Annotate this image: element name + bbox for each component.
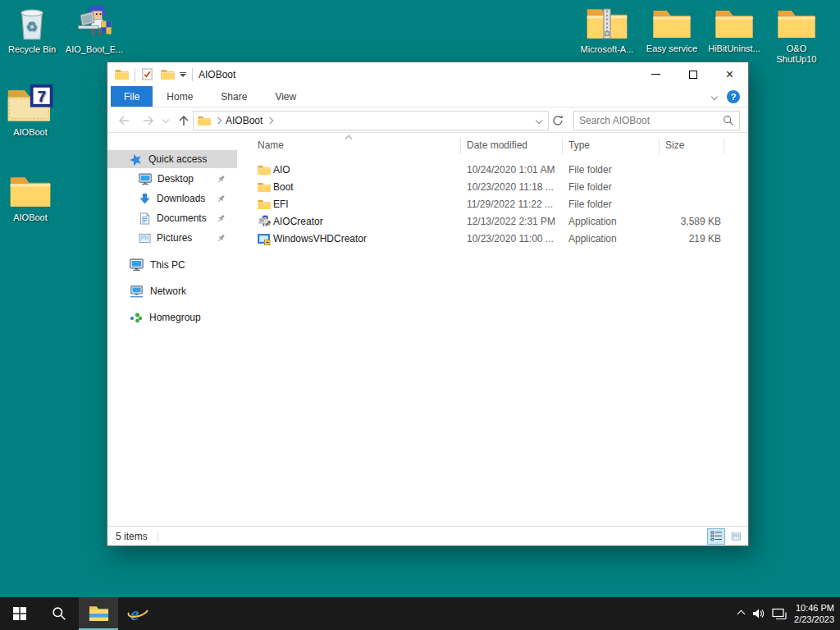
pin-icon[interactable] [217, 194, 226, 203]
status-bar: 5 items [107, 526, 748, 546]
tab-view[interactable]: View [261, 86, 310, 107]
desktop-icon-aioboot-folder[interactable]: AIOBoot [0, 175, 63, 223]
folder-icon [652, 8, 692, 40]
file-size: 3,589 KB [659, 216, 721, 227]
sidebar-item-downloads[interactable]: Downloads [107, 189, 237, 208]
column-header-type[interactable]: Type [568, 139, 590, 151]
file-row-efi[interactable]: EFI 11/29/2022 11:22 ... File folder [237, 196, 729, 213]
explorer-window-icon [115, 69, 129, 80]
title-bar: AIOBoot × [107, 62, 748, 86]
sidebar-item-this-pc[interactable]: This PC [107, 256, 237, 274]
start-button[interactable] [0, 597, 39, 630]
desktop-icon-label: Easy service [646, 43, 697, 54]
explorer-window: AIOBoot × File Home Share View ? AIOBoot [107, 62, 749, 546]
clock-time: 10:46 PM [794, 602, 834, 614]
desktop-icon-label: O&OShutUp10 [777, 43, 817, 65]
address-bar[interactable]: AIOBoot [193, 111, 549, 130]
breadcrumb-segment[interactable]: AIOBoot [226, 115, 262, 126]
large-icons-view-button[interactable] [727, 528, 745, 545]
minimize-button[interactable] [637, 62, 674, 86]
file-row-aiocreator[interactable]: AIOCreator 12/13/2022 2:31 PM Applicatio… [237, 213, 729, 231]
pin-icon[interactable] [217, 214, 226, 223]
up-icon[interactable] [177, 114, 190, 127]
desktop-icon-microsoft-archive[interactable]: Microsoft-A... [574, 7, 640, 55]
expand-ribbon-chevron-icon[interactable] [711, 93, 718, 99]
close-button[interactable]: × [711, 62, 748, 86]
folder-icon [258, 199, 271, 210]
desktop-icon-easy-service[interactable]: Easy service [639, 8, 705, 54]
minimize-icon [651, 74, 660, 75]
search-icon[interactable] [723, 115, 734, 126]
column-divider[interactable] [562, 138, 563, 154]
sidebar-item-desktop[interactable]: Desktop [107, 170, 237, 188]
column-header-date-modified[interactable]: Date modified [467, 139, 527, 151]
pin-icon[interactable] [217, 234, 226, 243]
desktop-icon-label: AIO_Boot_E... [66, 44, 123, 55]
details-view-icon [710, 531, 723, 541]
documents-icon [139, 212, 151, 225]
recent-locations-chevron-icon[interactable] [162, 116, 169, 123]
breadcrumb-chevron-icon[interactable] [215, 117, 221, 124]
taskbar-search-button[interactable] [39, 597, 79, 630]
column-divider[interactable] [460, 138, 461, 154]
column-divider[interactable] [724, 138, 724, 154]
customize-qat-dropdown-icon[interactable] [180, 72, 186, 77]
refresh-icon[interactable] [551, 114, 564, 127]
desktop-icon-label: AIOBoot [13, 212, 48, 223]
forward-icon[interactable] [142, 114, 155, 127]
aio-character-app-icon [258, 215, 271, 228]
taskbar: 10:46 PM 2/23/2023 [0, 597, 840, 630]
sidebar-item-homegroup[interactable]: Homegroup [107, 308, 237, 326]
properties-qat-icon[interactable] [141, 68, 153, 80]
file-row-aio[interactable]: AIO 10/24/2020 1:01 AM File folder [237, 162, 729, 179]
file-row-boot[interactable]: Boot 10/23/2020 11:18 ... File folder [237, 179, 729, 196]
file-date: 10/24/2020 1:01 AM [467, 164, 555, 176]
maximize-button[interactable] [674, 62, 711, 86]
system-tray: 10:46 PM 2/23/2023 [738, 597, 840, 630]
tab-share[interactable]: Share [207, 86, 261, 107]
sidebar-item-network[interactable]: Network [107, 282, 237, 300]
aio-character-icon [75, 4, 113, 41]
breadcrumb-folder-icon [198, 116, 211, 126]
desktop-icon-aioboot-archive[interactable]: AIOBoot [0, 84, 63, 138]
file-name: AIOCreator [273, 216, 323, 227]
file-list-pane: Name Date modified Type Size AIO 10/24/2… [237, 133, 748, 526]
desktop-icon-oo-shutup10[interactable]: O&OShutUp10 [764, 8, 829, 65]
tray-expand-chevron-icon[interactable] [737, 609, 746, 618]
tab-file[interactable]: File [111, 86, 153, 107]
folder-icon [777, 8, 816, 40]
divider [158, 531, 158, 542]
sidebar-item-documents[interactable]: Documents [107, 209, 237, 227]
file-row-windowsvhdcreator[interactable]: WindowsVHDCreator 10/23/2020 11:00 ... A… [237, 231, 729, 248]
desktop-icon-hibit-uninstaller[interactable]: HiBitUninst... [701, 8, 767, 54]
taskbar-clock[interactable]: 10:46 PM 2/23/2023 [794, 602, 834, 625]
taskbar-file-explorer-button[interactable] [79, 597, 118, 630]
sidebar-item-pictures[interactable]: Pictures [107, 229, 237, 247]
search-input[interactable] [579, 115, 723, 126]
vhd-app-icon [258, 233, 271, 246]
tab-home[interactable]: Home [153, 86, 207, 107]
pin-icon[interactable] [217, 175, 226, 184]
column-header-size[interactable]: Size [665, 139, 684, 151]
help-icon[interactable]: ? [727, 90, 740, 103]
network-tray-icon[interactable] [772, 608, 787, 620]
volume-icon[interactable] [751, 607, 765, 620]
column-divider[interactable] [659, 138, 660, 154]
breadcrumb-chevron-icon[interactable] [267, 117, 273, 124]
zip-folder-icon [586, 7, 628, 41]
desktop-icon-recycle-bin[interactable]: Recycle Bin [0, 7, 65, 55]
sidebar-item-quick-access[interactable]: Quick access [107, 150, 237, 168]
desktop-icon-aio-boot-exe[interactable]: AIO_Boot_E... [62, 4, 127, 55]
sort-ascending-chevron-icon [345, 135, 352, 142]
7z-archive-folder-icon [7, 84, 54, 124]
recycle-bin-icon [18, 7, 46, 41]
folder-icon [258, 165, 271, 176]
new-folder-qat-icon[interactable] [161, 69, 175, 80]
close-icon: × [726, 68, 733, 81]
back-icon[interactable] [117, 114, 130, 127]
column-header-name[interactable]: Name [258, 139, 284, 151]
taskbar-internet-explorer-button[interactable] [118, 597, 158, 630]
address-dropdown-chevron-icon[interactable] [536, 117, 542, 124]
details-view-button[interactable] [707, 528, 725, 545]
pictures-icon [139, 232, 151, 244]
